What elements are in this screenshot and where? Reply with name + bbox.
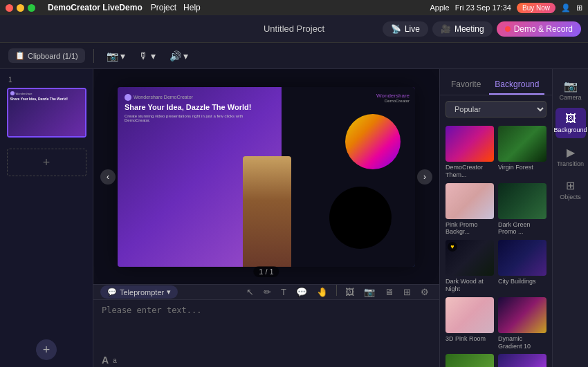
bg-item-purple-abstract[interactable]: Purple Abstract (498, 354, 546, 367)
menubar: DemoCreator LiveDemo Project Help Apple … (0, 0, 588, 15)
hand-tool[interactable]: 🤚 (313, 285, 331, 299)
menu-project[interactable]: Project (151, 3, 176, 12)
logo-circle (125, 94, 131, 101)
bg-item-dark-green[interactable]: Dark Green Promo ... (498, 183, 546, 236)
slide-text-area: Wondershare DemoCreator Share Your Idea,… (125, 94, 266, 122)
font-increase[interactable]: A (102, 355, 109, 366)
traffic-lights (6, 4, 35, 12)
bg-item-green-promo[interactable]: Green Promo (445, 354, 494, 367)
user-icon: 👤 (561, 3, 571, 12)
close-button[interactable] (6, 4, 13, 12)
text-tool[interactable]: T (277, 285, 290, 299)
bg-item-democreator[interactable]: DemoCreator Them... (445, 126, 494, 179)
camera-icon: 📷 (107, 50, 118, 62)
subtoolbar: 📋 Clipboard (1/1) 📷 ▾ 🎙 ▾ 🔊 ▾ (0, 43, 588, 69)
window-controls-icon: ⊞ (576, 3, 582, 12)
live-button[interactable]: 📡 Live (383, 21, 428, 37)
action-buttons: 📡 Live 🎥 Meeting Demo & Record (383, 21, 581, 37)
thumb-headline: Share Your Idea, Dazzle The World! (10, 97, 68, 101)
font-decrease[interactable]: a (113, 357, 117, 364)
bg-thumb-purple-abstract (498, 354, 546, 367)
category-dropdown[interactable]: Popular (445, 101, 546, 117)
bg-label-dark-green: Dark Green Promo ... (498, 221, 546, 236)
main-canvas: Wondershare DemoCreator Share Your Idea,… (118, 87, 415, 267)
live-icon: 📡 (391, 24, 401, 34)
bg-thumb-city-buildings (498, 240, 546, 276)
speaker-icon: 🔊 (169, 50, 181, 62)
bg-label-city-buildings: City Buildings (498, 278, 546, 285)
buy-now-button[interactable]: Buy Now (517, 3, 555, 13)
ws-logo-corner: Wondershare DemoCreator (376, 93, 410, 103)
menu-help[interactable]: Help (183, 3, 201, 12)
camera-side-label: Camera (559, 94, 581, 101)
canvas-area: Wondershare DemoCreator Share Your Idea,… (93, 69, 439, 284)
favorite-indicator: ♥ (448, 242, 457, 252)
transition-side-btn[interactable]: ▶ Transition (555, 141, 586, 171)
slide-thumbnail[interactable]: Wondershare Share Your Idea, Dazzle The … (7, 88, 86, 138)
nav-prev-button[interactable]: ‹ (100, 169, 116, 185)
camera-tool[interactable]: 📷 (360, 285, 378, 299)
canvas-headline: Share Your Idea, Dazzle The World! (125, 103, 266, 112)
bg-item-city-buildings[interactable]: City Buildings (498, 240, 546, 293)
transition-side-label: Transition (557, 160, 584, 167)
maximize-button[interactable] (28, 4, 35, 12)
black-circle (329, 187, 392, 249)
bg-item-3d-pink[interactable]: 3D Pink Room (445, 297, 494, 350)
bg-thumb-democreator (445, 126, 494, 162)
record-dot (505, 26, 511, 32)
bg-item-virgin-forest[interactable]: Virgin Forest (498, 126, 546, 179)
settings-tool[interactable]: ⚙ (417, 285, 432, 299)
bg-item-dark-wood[interactable]: ♥ Dark Wood at Night (445, 240, 494, 293)
tab-background[interactable]: Background (489, 75, 544, 95)
bg-label-dark-wood: Dark Wood at Night (445, 278, 494, 293)
bg-thumb-3d-pink (445, 297, 494, 333)
layout-tool[interactable]: ⊞ (400, 285, 414, 299)
bg-thumb-pink-promo (445, 183, 494, 219)
camera-side-btn[interactable]: 📷 Camera (555, 75, 586, 105)
teleprompter-icon: 💬 (107, 288, 117, 297)
objects-side-btn[interactable]: ⊞ Objects (555, 174, 586, 205)
font-controls: A a (93, 352, 439, 367)
screen-tool[interactable]: 🖥 (381, 285, 397, 299)
meeting-button[interactable]: 🎥 Meeting (432, 21, 493, 37)
menu-items: Project Help (151, 3, 201, 12)
speech-tool[interactable]: 💬 (293, 285, 311, 299)
meeting-icon: 🎥 (441, 24, 451, 34)
person-figure (243, 156, 291, 267)
menubar-right: Apple Fri 23 Sep 17:34 Buy Now 👤 ⊞ (430, 3, 583, 13)
teleprompter-tab[interactable]: 💬 Teleprompter ▾ (100, 285, 178, 299)
camera-control[interactable]: 📷 ▾ (102, 48, 129, 64)
tool-divider (336, 285, 337, 296)
main-layout: 1 Wondershare Share Your Idea, Dazzle Th… (0, 69, 588, 367)
center-area: Wondershare DemoCreator Share Your Idea,… (93, 69, 439, 367)
color-circle (345, 114, 401, 169)
objects-side-label: Objects (560, 194, 581, 200)
demo-record-button[interactable]: Demo & Record (497, 21, 581, 37)
nav-next-button[interactable]: › (417, 169, 432, 185)
canvas-subtext: Create stunning video presentations righ… (125, 114, 266, 122)
person-image (243, 156, 291, 267)
image-tool[interactable]: 🖼 (342, 285, 358, 299)
bottom-add-button[interactable]: + (36, 339, 57, 360)
minimize-button[interactable] (17, 4, 24, 12)
bg-label-pink-promo: Pink Promo Backgr... (445, 221, 494, 236)
panel-tabs: Favorite Background (440, 69, 552, 95)
teleprompter-textarea[interactable] (102, 305, 431, 344)
add-slide-button[interactable]: + (7, 149, 86, 176)
background-grid: DemoCreator Them... Virgin Forest Pink P… (440, 123, 552, 367)
bg-thumb-dark-wood: ♥ (445, 240, 494, 276)
bg-item-dynamic-gradient[interactable]: Dynamic Gradient 10 (498, 297, 546, 350)
background-side-btn[interactable]: 🖼 Background (555, 108, 586, 138)
thumb-logo: Wondershare (10, 91, 33, 95)
pen-tool[interactable]: ✏ (260, 285, 275, 299)
objects-side-icon: ⊞ (566, 179, 575, 192)
bg-item-pink-promo[interactable]: Pink Promo Backgr... (445, 183, 494, 236)
clipboard-button[interactable]: 📋 Clipboard (1/1) (8, 48, 85, 63)
project-title: Untitled Project (264, 23, 324, 34)
bg-label-democreator: DemoCreator Them... (445, 164, 494, 179)
mic-control[interactable]: 🎙 ▾ (135, 48, 160, 64)
tab-favorite[interactable]: Favorite (445, 75, 486, 95)
speaker-control[interactable]: 🔊 ▾ (165, 48, 192, 64)
cursor-tool[interactable]: ↖ (243, 285, 257, 299)
app-name: DemoCreator LiveDemo (48, 3, 143, 12)
